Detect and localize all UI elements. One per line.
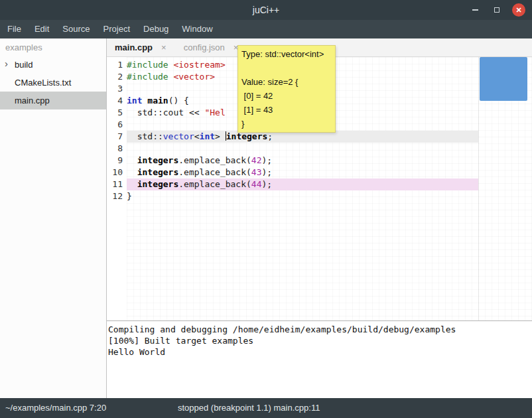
code-token: integers <box>137 155 179 165</box>
code-token: 42 <box>251 155 262 165</box>
menu-item-window[interactable]: Window <box>175 20 219 38</box>
code-token: main <box>147 96 168 105</box>
code-token: int <box>127 96 142 105</box>
file-name: main.cpp <box>15 96 50 105</box>
code-token <box>127 155 137 165</box>
line-number[interactable]: 5 <box>107 107 127 119</box>
code-token: .emplace_back( <box>178 155 251 165</box>
tab-label: config.json <box>184 42 225 52</box>
line-number[interactable]: 9 <box>107 155 127 167</box>
code-token: vector <box>163 131 194 141</box>
tooltip-line: } <box>241 117 332 131</box>
window-title: juCi++ <box>253 5 279 15</box>
code-token: std:: <box>127 131 163 141</box>
line-number[interactable]: 11 <box>107 178 127 190</box>
menu-item-edit[interactable]: Edit <box>28 20 56 38</box>
debug-value-tooltip: Type: std::vector<int>Value: size=2 { [0… <box>237 45 336 133</box>
line-number[interactable]: 7 <box>107 131 127 143</box>
terminal-line: [100%] Built target examples <box>108 335 532 346</box>
file-tree: ›buildCMakeLists.txtmain.cpp <box>0 56 106 109</box>
code-token: < <box>194 131 200 141</box>
sidebar-item-cmakelists-txt[interactable]: CMakeLists.txt <box>0 74 106 92</box>
sidebar-item-main-cpp[interactable]: main.cpp <box>0 92 106 109</box>
code-token: ); <box>262 155 273 165</box>
code-token <box>127 179 137 189</box>
line-number[interactable]: 1 <box>107 59 127 71</box>
menu-item-debug[interactable]: Debug <box>137 20 175 38</box>
line-number[interactable]: 10 <box>107 167 127 178</box>
line-number[interactable]: 4 <box>107 95 127 107</box>
code-line-8[interactable] <box>127 143 478 155</box>
code-token: std::cout << <box>127 107 204 117</box>
code-token: .emplace_back( <box>178 167 251 177</box>
tab-close-icon[interactable]: × <box>161 42 166 52</box>
line-number[interactable]: 8 <box>107 143 127 155</box>
line-number[interactable]: 2 <box>107 71 127 83</box>
project-folder-name: examples <box>0 38 106 56</box>
expander-icon[interactable]: › <box>5 58 8 69</box>
cursor-location-status: ~/examples/main.cpp 7:20 <box>5 398 106 418</box>
tooltip-line: Type: std::vector<int> <box>241 47 332 61</box>
code-token: integers <box>137 167 179 177</box>
code-token: integers <box>226 131 268 141</box>
tooltip-line: [1] = 43 <box>241 103 332 117</box>
debug-status: stopped (breakpoint 1.1) main.cpp:11 <box>178 398 320 418</box>
maximize-icon <box>494 7 499 13</box>
terminal-line: Hello World <box>108 346 532 358</box>
file-name: CMakeLists.txt <box>15 78 71 88</box>
code-token: .emplace_back( <box>178 179 251 189</box>
tab-label: main.cpp <box>115 42 153 52</box>
menu-item-source[interactable]: Source <box>56 20 96 38</box>
sidebar-item-build[interactable]: ›build <box>0 56 106 74</box>
code-token: ; <box>267 131 273 141</box>
status-bar: ~/examples/main.cpp 7:20 stopped (breakp… <box>0 398 532 418</box>
tooltip-line: Value: size=2 { <box>241 75 332 89</box>
menu-bar: FileEditSourceProjectDebugWindow <box>0 20 532 38</box>
code-token: ); <box>262 167 273 177</box>
code-token: #include <box>127 60 168 70</box>
tooltip-line <box>241 61 332 75</box>
maximize-button[interactable] <box>490 3 503 17</box>
code-token <box>127 167 137 177</box>
tab-main-cpp[interactable]: main.cpp× <box>115 42 166 52</box>
scrollbar-thumb[interactable] <box>480 57 527 101</box>
code-token: <vector> <box>173 72 215 82</box>
window-controls: ✕ <box>468 0 525 20</box>
close-icon: ✕ <box>515 7 521 14</box>
terminal-output[interactable]: Compiling and debugging /home/eidheim/ex… <box>107 320 532 398</box>
code-token: } <box>127 191 132 201</box>
line-number[interactable]: 12 <box>107 190 127 202</box>
menu-item-project[interactable]: Project <box>97 20 137 38</box>
terminal-line: Compiling and debugging /home/eidheim/ex… <box>108 324 532 335</box>
minimize-button[interactable] <box>468 3 482 17</box>
line-number-gutter: 123456789101112 <box>107 57 127 320</box>
line-number[interactable]: 3 <box>107 83 127 95</box>
menu-item-file[interactable]: File <box>1 20 28 38</box>
right-margin-line <box>478 57 479 320</box>
code-token: 44 <box>251 179 262 189</box>
code-token: 43 <box>251 167 262 177</box>
line-number[interactable]: 6 <box>107 119 127 131</box>
code-token: <iostream> <box>173 60 225 70</box>
close-button[interactable]: ✕ <box>512 3 525 17</box>
minimize-icon <box>472 9 478 11</box>
title-bar: juCi++ ✕ <box>0 0 532 20</box>
code-token: int <box>200 131 215 141</box>
code-line-9[interactable]: integers.emplace_back(42); <box>127 155 478 167</box>
code-token: integers <box>137 179 179 189</box>
tab-config-json[interactable]: config.json× <box>184 42 239 52</box>
code-token: > <box>215 131 226 141</box>
code-line-12[interactable]: } <box>127 190 478 202</box>
file-name: build <box>15 60 33 70</box>
code-token: () { <box>168 96 189 105</box>
tooltip-line: [0] = 42 <box>241 89 332 103</box>
code-line-10[interactable]: integers.emplace_back(43); <box>127 167 478 178</box>
code-line-11[interactable]: integers.emplace_back(44); <box>127 178 478 190</box>
code-token: #include <box>127 72 168 82</box>
app-window: juCi++ ✕ FileEditSourceProjectDebugWindo… <box>0 0 532 418</box>
code-token: "Hel <box>204 107 225 117</box>
code-token: ); <box>262 179 273 189</box>
file-tree-panel: examples ›buildCMakeLists.txtmain.cpp <box>0 38 107 398</box>
